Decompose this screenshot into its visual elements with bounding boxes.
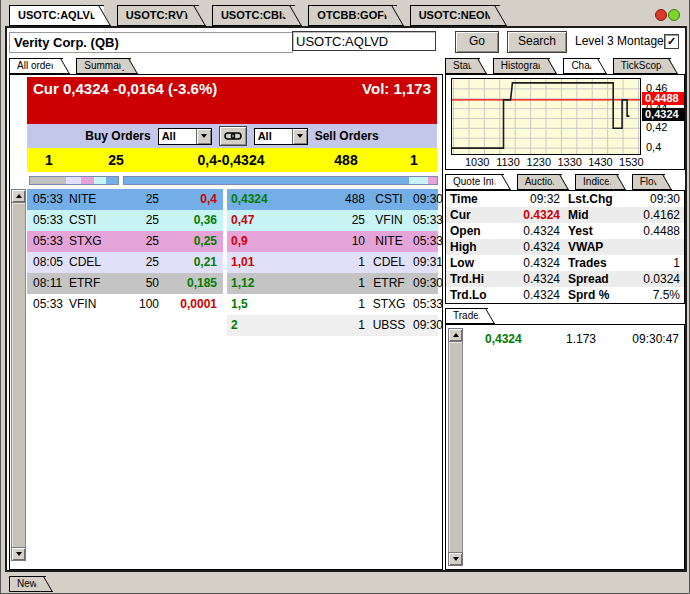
sell-filter-dropdown-button[interactable] [292, 129, 307, 144]
tab-label: USOTC:NEOM [419, 9, 494, 21]
tab-trades[interactable]: Trades [445, 308, 488, 324]
x-axis-tick-label: 1330 [555, 156, 585, 168]
sell-filter-value: All [255, 129, 292, 144]
table-row[interactable]: 21UBSS09:30 [227, 315, 438, 336]
table-row[interactable]: 05:33CSTI250,36 [27, 210, 223, 231]
buy-orders-label: Buy Orders [85, 129, 150, 143]
quote-label: Mid [560, 207, 626, 223]
order-size: 1 [285, 294, 365, 315]
link-filters-button[interactable] [219, 126, 247, 146]
tab-flow[interactable]: Flow [632, 174, 665, 190]
tab-chart[interactable]: Chart [563, 58, 599, 74]
tab-label: Indices [583, 176, 615, 187]
tab-otcbb-goff[interactable]: OTCBB:GOFF [308, 5, 396, 26]
tab-label: Histogram [501, 60, 547, 71]
depth-segment [428, 177, 437, 184]
table-row[interactable]: 05:33STXG250,25 [27, 231, 223, 252]
tab-indices[interactable]: Indices [575, 174, 619, 190]
scroll-down-button[interactable] [11, 547, 26, 561]
chart-tab-bar: StatsHistogramChartTickScope [445, 58, 684, 74]
scrollbar-track[interactable] [448, 342, 463, 552]
news-tab-bar: News [9, 576, 59, 592]
table-row[interactable]: 08:11ETRF500,185 [27, 273, 223, 294]
order-size: 25 [121, 189, 159, 210]
quote-value: 0.4488 [626, 223, 680, 239]
depth-segment [81, 177, 94, 184]
quote-value: 7.5% [626, 287, 680, 303]
level3-montage-checkbox[interactable]: ✓ [664, 34, 679, 49]
table-row[interactable]: 0,4725VFIN05:33 [227, 210, 438, 231]
tab-quote-info[interactable]: Quote Info [445, 174, 504, 190]
tab-label: USOTC:CBIS [221, 9, 289, 21]
depth-segment [94, 177, 106, 184]
scroll-up-button[interactable] [11, 189, 26, 203]
quote-label: Sprd % [560, 287, 626, 303]
scroll-up-button[interactable] [448, 328, 463, 342]
table-row[interactable]: 1,121ETRF09:30 [227, 273, 438, 294]
order-size: 10 [285, 231, 365, 252]
tab-tickscope[interactable]: TickScope [613, 58, 671, 74]
buy-filter-select[interactable]: All [158, 128, 212, 145]
table-row[interactable]: 1,51STXG05:33 [227, 294, 438, 315]
quote-value: 0.0324 [626, 271, 680, 287]
x-axis-tick-label: 1130 [493, 156, 523, 168]
trades-tab-bar: Trades [445, 308, 501, 324]
tab-histogram[interactable]: Histogram [493, 58, 551, 74]
table-row[interactable]: 05:33VFIN1000,0001 [27, 294, 223, 315]
price-chart-svg [452, 79, 640, 154]
order-mm: NITE [365, 231, 413, 252]
tab-usotc-aqlvd[interactable]: USOTC:AQLVD [9, 5, 104, 26]
tab-usotc-cbis[interactable]: USOTC:CBIS [212, 5, 295, 26]
ref-price-label: 0,4488 [642, 92, 684, 105]
order-mm: ETRF [365, 273, 413, 294]
tab-label: Chart [571, 60, 595, 71]
ask-size: 488 [301, 148, 391, 172]
tab-summary[interactable]: Summary [76, 58, 131, 74]
scrollbar-track[interactable] [11, 203, 26, 547]
price-banner: Cur 0,4324 -0,0164 (-3.6%) Vol: 1,173 [27, 77, 437, 124]
go-button[interactable]: Go [455, 31, 499, 53]
order-price: 0,4324 [227, 189, 285, 210]
table-row[interactable]: 0,910NITE05:33 [227, 231, 438, 252]
order-time: 05:33 [27, 189, 69, 210]
table-row[interactable]: 08:05CDEL250,21 [27, 252, 223, 273]
quote-label: VWAP [560, 239, 626, 255]
banner-volume: Vol: 1,173 [362, 80, 431, 124]
table-row[interactable]: 05:33NITE250,4 [27, 189, 223, 210]
order-mm: VFIN [69, 294, 121, 315]
tab-news[interactable]: News [9, 576, 46, 592]
search-button[interactable]: Search [507, 31, 567, 53]
bid-ask-price-range: 0,4-0,4324 [161, 148, 301, 172]
quote-value: 0.4324 [498, 223, 560, 239]
depth-segment [409, 177, 428, 184]
order-price: 0,4 [159, 189, 223, 210]
order-mm: CSTI [69, 210, 121, 231]
scroll-down-button[interactable] [448, 552, 463, 566]
tab-label: Stats [453, 60, 476, 71]
buy-filter-dropdown-button[interactable] [196, 129, 211, 144]
order-book-scrollbar[interactable] [11, 189, 26, 561]
orders-tab-bar: All ordersSummary [9, 58, 144, 74]
order-book-panel: Cur 0,4324 -0,0164 (-3.6%) Vol: 1,173 Bu… [9, 74, 443, 570]
tab-usotc-rvti[interactable]: USOTC:RVTI [117, 5, 199, 26]
table-row[interactable]: 1,011CDEL09:31 [227, 252, 438, 273]
order-mm: UBSS [365, 315, 413, 336]
tab-auction[interactable]: Auction [517, 174, 562, 190]
chart-y-axis: 0,40,420,440,460,44880,4324 [642, 75, 684, 169]
tab-stats[interactable]: Stats [445, 58, 480, 74]
banner-current-price: Cur 0,4324 -0,0164 (-3.6%) [33, 80, 217, 124]
order-size: 1 [285, 252, 365, 273]
tab-label: TickScope [621, 60, 667, 71]
order-price: 1,01 [227, 252, 285, 273]
quote-label: Trd.Hi [450, 271, 498, 287]
buy-filter-value: All [159, 129, 196, 144]
sell-filter-select[interactable]: All [254, 128, 308, 145]
tab-all-orders[interactable]: All orders [9, 58, 63, 74]
order-time: 05:33 [413, 294, 447, 315]
symbol-input[interactable] [292, 31, 436, 51]
tab-label: Flow [640, 176, 661, 187]
trades-scrollbar[interactable] [448, 328, 463, 566]
table-row[interactable]: 0,4324488CSTI09:30 [227, 189, 438, 210]
order-time: 08:11 [27, 273, 69, 294]
tab-usotc-neom[interactable]: USOTC:NEOM [410, 5, 500, 26]
